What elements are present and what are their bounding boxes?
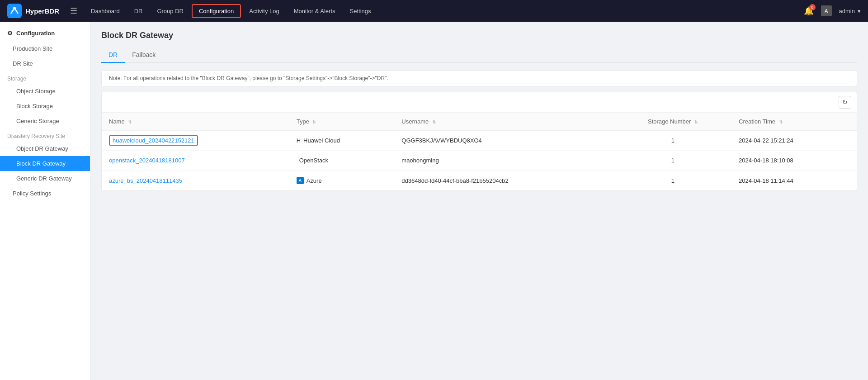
sidebar-section-title: ⚙ Configuration (0, 25, 90, 41)
note-text: Note: For all operations related to the … (109, 75, 388, 81)
tab-failback[interactable]: Failback (125, 48, 163, 63)
sidebar: ⚙ Configuration Production Site DR Site … (0, 22, 90, 380)
svg-point-1 (13, 7, 16, 10)
table-toolbar: ↻ (102, 92, 857, 113)
user-menu[interactable]: admin ▾ (839, 8, 861, 14)
sidebar-item-block-storage[interactable]: Block Storage (0, 99, 90, 114)
topnav-item-configuration[interactable]: Configuration (192, 4, 241, 18)
cell-storage-number-2: 1 (614, 171, 731, 191)
cell-username-2: dd3648dd-fd40-44cf-bba8-f21b55204cb2 (394, 171, 614, 191)
notification-count: 0 (809, 4, 816, 10)
table-header-row: Name ⇅ Type ⇅ Username ⇅ Storage Numbe (102, 113, 857, 131)
cell-name-0: huaweicloud_20240422152121 (102, 131, 289, 151)
refresh-button[interactable]: ↻ (839, 96, 851, 109)
cell-creation-time-0: 2024-04-22 15:21:24 (731, 131, 857, 151)
cell-type-1: OpenStack (289, 151, 395, 171)
cell-type-0: HHuawei Cloud (289, 131, 395, 151)
cell-name-2: azure_bs_20240418111435 (102, 171, 289, 191)
user-avatar: A (821, 5, 832, 16)
logo-text: HyperBDR (25, 7, 59, 15)
gateway-table-container: ↻ Name ⇅ Type ⇅ Username (101, 92, 857, 191)
table-row: openstack_20240418181007OpenStackmaohong… (102, 151, 857, 171)
sidebar-group-disaster-recovery: Disastery Recovery Site (0, 128, 90, 141)
main-content: Block DR Gateway DR Failback Note: For a… (90, 22, 868, 380)
sidebar-group-storage: Storage (0, 71, 90, 84)
sidebar-item-dr-site[interactable]: DR Site (0, 56, 90, 71)
topnav-item-group-dr[interactable]: Group DR (151, 5, 190, 17)
cell-storage-number-1: 1 (614, 151, 731, 171)
hamburger-icon[interactable]: ☰ (70, 6, 77, 16)
table-body: huaweicloud_20240422152121HHuawei CloudQ… (102, 131, 857, 191)
sidebar-item-block-dr-gateway[interactable]: Block DR Gateway (0, 156, 90, 171)
logo-icon (7, 4, 22, 18)
sidebar-item-generic-dr-gateway[interactable]: Generic DR Gateway (0, 171, 90, 186)
cell-username-0: QGGF3BKJAVWYBDUQ8XO4 (394, 131, 614, 151)
svg-point-2: H (297, 137, 301, 144)
sidebar-item-object-dr-gateway[interactable]: Object DR Gateway (0, 141, 90, 156)
sidebar-item-production-site[interactable]: Production Site (0, 41, 90, 56)
col-header-username: Username ⇅ (394, 113, 614, 131)
cell-type-2: AAzure (289, 171, 395, 191)
page-tabs: DR Failback (101, 48, 857, 63)
col-header-type: Type ⇅ (289, 113, 395, 131)
table-row: azure_bs_20240418111435AAzuredd3648dd-fd… (102, 171, 857, 191)
page-title: Block DR Gateway (101, 31, 857, 40)
sort-name-icon: ⇅ (128, 119, 132, 124)
top-nav-right: 🔔 0 A admin ▾ (804, 5, 861, 16)
notifications-button[interactable]: 🔔 0 (804, 6, 814, 16)
col-header-storage-number: Storage Number ⇅ (614, 113, 731, 131)
chevron-down-icon: ▾ (858, 8, 861, 14)
cell-creation-time-1: 2024-04-18 18:10:08 (731, 151, 857, 171)
sort-storage-icon: ⇅ (694, 119, 698, 124)
cell-storage-number-0: 1 (614, 131, 731, 151)
name-link[interactable]: openstack_20240418181007 (109, 157, 185, 164)
tab-dr[interactable]: DR (101, 48, 125, 63)
user-name: admin (839, 8, 855, 14)
cell-creation-time-2: 2024-04-18 11:14:44 (731, 171, 857, 191)
name-link[interactable]: azure_bs_20240418111435 (109, 177, 182, 184)
topnav-item-dr[interactable]: DR (128, 5, 149, 17)
topnav-item-monitor-&-alerts[interactable]: Monitor & Alerts (288, 5, 342, 17)
sort-time-icon: ⇅ (779, 119, 783, 124)
top-navigation: HyperBDR ☰ DashboardDRGroup DRConfigurat… (0, 0, 868, 22)
sidebar-item-generic-storage[interactable]: Generic Storage (0, 114, 90, 128)
gear-icon: ⚙ (7, 30, 13, 37)
azure-icon: A (297, 177, 304, 184)
main-layout: ⚙ Configuration Production Site DR Site … (0, 22, 868, 380)
col-header-creation-time: Creation Time ⇅ (731, 113, 857, 131)
type-text: Huawei Cloud (303, 137, 340, 144)
topnav-item-dashboard[interactable]: Dashboard (85, 5, 126, 17)
svg-rect-0 (7, 4, 22, 18)
top-nav-menu: DashboardDRGroup DRConfigurationActivity… (85, 4, 804, 18)
type-text: OpenStack (299, 157, 328, 164)
cell-username-1: maohongming (394, 151, 614, 171)
topnav-item-settings[interactable]: Settings (344, 5, 377, 17)
table-row: huaweicloud_20240422152121HHuawei CloudQ… (102, 131, 857, 151)
sort-type-icon: ⇅ (312, 119, 316, 124)
app-logo[interactable]: HyperBDR (7, 4, 59, 18)
col-header-name: Name ⇅ (102, 113, 289, 131)
huawei-cloud-icon: H (297, 137, 301, 144)
note-box: Note: For all operations related to the … (101, 70, 857, 86)
gateway-table: Name ⇅ Type ⇅ Username ⇅ Storage Numbe (102, 113, 857, 190)
svg-text:H: H (297, 137, 301, 144)
topnav-item-activity-log[interactable]: Activity Log (243, 5, 285, 17)
sidebar-item-policy-settings[interactable]: Policy Settings (0, 186, 90, 201)
sidebar-item-object-storage[interactable]: Object Storage (0, 84, 90, 99)
type-text: Azure (307, 177, 322, 184)
sort-username-icon: ⇅ (432, 119, 436, 124)
highlighted-name-link[interactable]: huaweicloud_20240422152121 (109, 135, 198, 146)
cell-name-1: openstack_20240418181007 (102, 151, 289, 171)
